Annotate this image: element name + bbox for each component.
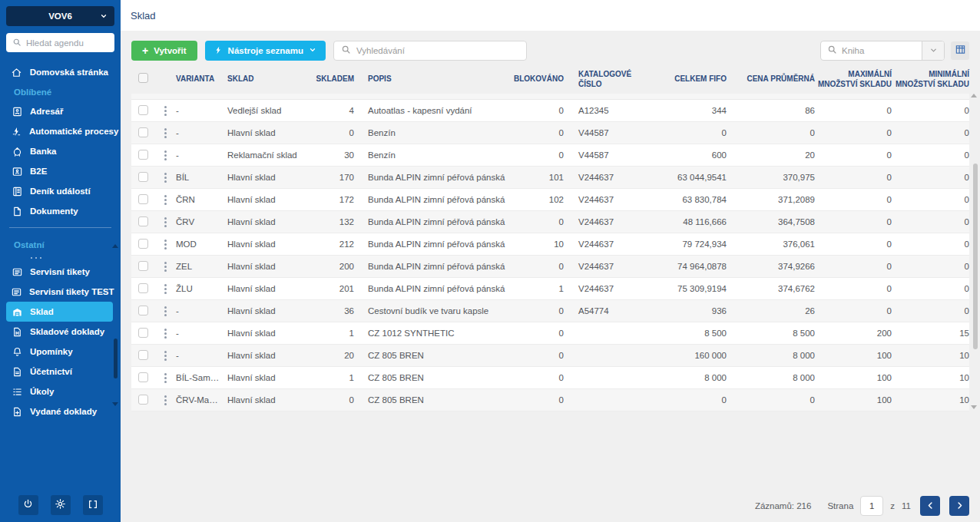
cell-sklad: Hlavní sklad [227,329,308,338]
select-all-checkbox[interactable] [138,73,148,83]
table-row[interactable]: ČRN Hlavní sklad 172 Bunda ALPIN zimní p… [131,189,969,211]
sidebar-item-adresar[interactable]: Adresář [6,101,113,121]
table-row[interactable]: BÍL Hlavní sklad 170 Bunda ALPIN zimní p… [131,167,969,189]
sidebar-item-b2e[interactable]: B2E [6,161,113,181]
row-checkbox[interactable] [138,395,148,405]
fullscreen-button[interactable] [83,495,103,515]
scroll-up-icon[interactable] [971,94,977,97]
table-row[interactable]: MOD Hlavní sklad 212 Bunda ALPIN zimní p… [131,233,969,256]
sidebar-item-ukoly[interactable]: Úkoly [6,382,113,401]
column-header-cena-prumerna[interactable]: CENA PRŮMĚRNÁ [727,74,815,84]
sidebar-item-servisni-tikety-test[interactable]: Servisní tikety TEST [6,282,113,302]
row-menu-button[interactable] [154,351,176,361]
column-header-skladem[interactable]: SKLADEM [308,74,354,84]
row-menu-button[interactable] [154,373,176,383]
column-header-blokovano[interactable]: BLOKOVÁNO [508,74,564,84]
row-checkbox[interactable] [138,306,148,316]
list-tools-button[interactable]: Nástroje seznamu [205,41,326,61]
sidebar-scrollbar-thumb[interactable] [114,339,118,378]
sidebar-scroll-up-icon[interactable] [112,244,118,248]
row-menu-button[interactable] [154,395,176,405]
table-row[interactable]: ČRV Hlavní sklad 132 Bunda ALPIN zimní p… [131,211,969,233]
sidebar-item-domovska-stranka[interactable]: Domovská stránka [6,62,113,82]
sidebar-item-dokumenty[interactable]: Dokumenty [6,201,113,221]
table-row[interactable]: ČRV-Ma… Hlavní sklad 0 CZ 805 BREN 0 0 0… [131,389,969,411]
row-checkbox[interactable] [138,261,148,271]
table-search-input[interactable] [356,46,519,55]
cell-blokovano: 0 [508,150,564,160]
sidebar-item-skladove-doklady[interactable]: Skladové doklady [6,322,113,342]
next-page-button[interactable] [949,496,969,516]
agenda-search-input[interactable] [26,38,108,48]
row-checkbox[interactable] [138,172,148,182]
sidebar-item-banka[interactable]: Banka [6,141,113,161]
row-checkbox[interactable] [138,350,148,360]
chevron-down-icon [309,46,316,55]
sidebar-section-label: Ostatní [0,235,121,254]
row-checkbox[interactable] [138,328,148,338]
row-menu-button[interactable] [154,106,176,116]
settings-button[interactable] [51,495,71,515]
row-checkbox[interactable] [138,194,148,204]
sidebar-scroll-down-icon[interactable] [112,402,118,406]
row-menu-button[interactable] [154,195,176,205]
row-menu-button[interactable] [154,329,176,339]
cell-maximalni-mnozstvi: 100 [815,395,892,405]
table-row[interactable]: - Reklamační sklad 30 Benzín 0 V44587 60… [131,144,969,167]
column-header-celkem-fifo[interactable]: CELKEM FIFO [647,74,727,84]
sidebar-item-upominky[interactable]: Upomínky [6,342,113,362]
table-settings-button[interactable] [951,41,969,60]
table-row[interactable]: - Hlavní sklad 0 Benzín 0 V44587 0 0 0 0 [131,122,969,144]
table-row[interactable]: ŽLU Hlavní sklad 201 Bunda ALPIN zimní p… [131,278,969,300]
row-menu-button[interactable] [154,306,176,316]
workspace-selector[interactable]: VOV6 [6,6,114,26]
logout-button[interactable] [18,495,38,515]
row-menu-button[interactable] [154,150,176,160]
sidebar-item-automaticke-procesy[interactable]: Automatické procesy [6,121,113,141]
row-checkbox[interactable] [138,150,148,160]
column-header-maximalni-mnozstvi[interactable]: MAXIMÁLNÍ MNOŽSTVÍ SKLADU [815,70,892,89]
row-checkbox[interactable] [138,239,148,249]
column-header-sklad[interactable]: SKLAD [227,74,308,84]
row-menu-button[interactable] [154,262,176,272]
row-checkbox[interactable] [138,216,148,226]
page-number-input[interactable] [860,496,883,516]
table-row[interactable]: - Hlavní sklad 36 Cestovní budík ve tvar… [131,300,969,322]
sidebar-item-denik-udalosti[interactable]: Deník událostí [6,181,113,201]
column-header-katalogove-cislo[interactable]: KATALOGOVÉ ČÍSLO [564,70,647,89]
row-menu-button[interactable] [154,173,176,183]
row-checkbox[interactable] [138,283,148,293]
row-menu-button[interactable] [154,240,176,249]
row-menu-button[interactable] [154,284,176,294]
scroll-down-icon[interactable] [971,405,977,409]
table-row[interactable]: - Hlavní sklad 20 CZ 805 BREN 0 160 000 … [131,345,969,367]
cell-blokovano: 0 [508,217,564,226]
cell-minimalni-mnozstvi: 0 [892,284,969,293]
book-filter-input[interactable] [842,46,915,55]
table-row[interactable]: - Vedlejší sklad 4 Autoatlas - kapesní v… [131,100,969,122]
sidebar-item-sklad[interactable]: Sklad [6,302,113,322]
cell-minimalni-mnozstvi: 0 [892,106,969,115]
book-dropdown-button[interactable] [922,41,944,60]
cell-skladem: 30 [308,150,354,160]
row-checkbox[interactable] [138,105,148,115]
create-button[interactable]: + Vytvořit [131,41,197,61]
cell-varianta: BÍL [176,173,227,182]
scrollbar-thumb[interactable] [973,164,978,349]
cell-cena-prumerna: 374,6762 [727,284,815,293]
table-row[interactable]: ZEL Hlavní sklad 200 Bunda ALPIN zimní p… [131,256,969,278]
row-menu-button[interactable] [154,217,176,227]
row-checkbox[interactable] [138,127,148,137]
sidebar-item-vydane-doklady[interactable]: Vydané doklady [6,401,113,421]
cell-skladem: 20 [308,351,354,360]
column-header-minimalni-mnozstvi[interactable]: MINIMÁLNÍ MNOŽSTVÍ SKLADU [892,70,969,89]
previous-page-button[interactable] [920,496,940,516]
sidebar-item-servisni-tikety[interactable]: Servisní tikety [6,262,113,282]
row-checkbox[interactable] [138,372,148,382]
column-header-varianta[interactable]: VARIANTA [176,74,227,84]
table-row[interactable]: - Hlavní sklad 1 CZ 1012 SYNTHETIC 0 8 5… [131,322,969,345]
column-header-popis[interactable]: POPIS [354,74,508,84]
row-menu-button[interactable] [154,128,176,138]
sidebar-item-ucetnictvi[interactable]: Účetnictví [6,362,113,382]
table-row[interactable]: BÍL-Sam… Hlavní sklad 1 CZ 805 BREN 0 8 … [131,367,969,389]
